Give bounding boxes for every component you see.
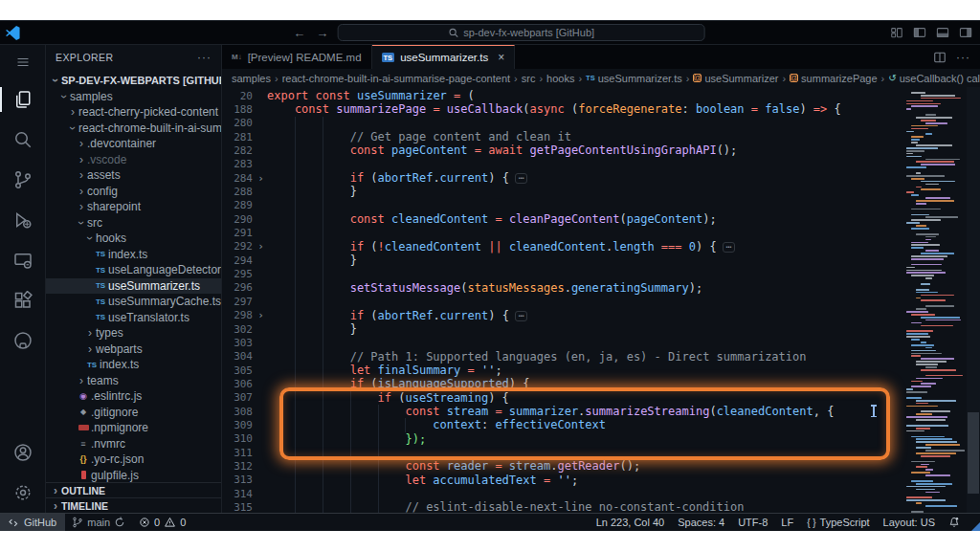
tree-item--vscode[interactable]: ›.vscode — [46, 152, 221, 168]
tree-item-src[interactable]: ›src — [46, 215, 221, 231]
scrollbar[interactable] — [967, 87, 980, 513]
code-line-283[interactable]: 283 — [222, 158, 980, 171]
code-line-310[interactable]: 310}); — [222, 432, 980, 446]
toggle-panel-icon[interactable] — [936, 26, 949, 39]
status-utf-8[interactable]: UTF-8 — [731, 514, 774, 531]
breadcrumb-item[interactable]: @useSummarizer — [693, 73, 778, 84]
customize-layout-icon[interactable] — [890, 26, 903, 39]
tree-item-sharepoint[interactable]: ›sharepoint — [46, 199, 221, 215]
activity-accounts[interactable] — [0, 432, 45, 473]
activity-extensions[interactable] — [0, 280, 45, 320]
breadcrumb-item[interactable]: src — [522, 73, 536, 84]
tree-item-index-ts[interactable]: TSindex.ts — [46, 357, 221, 373]
folded-code-ellipsis[interactable]: ⋯ — [515, 173, 527, 184]
code-line-313[interactable]: 313let accumulatedText = ''; — [222, 474, 980, 487]
scrollbar-thumb[interactable] — [968, 412, 979, 494]
tree-item-usesummarycache-ts[interactable]: TSuseSummaryCache.ts — [46, 294, 221, 310]
explorer-more-icon[interactable]: ··· — [197, 51, 212, 64]
code-line-291[interactable]: 291 — [222, 226, 980, 239]
tree-item-assets[interactable]: ›assets — [46, 167, 221, 184]
activity-explorer[interactable] — [0, 79, 45, 120]
folded-code-ellipsis[interactable]: ⋯ — [515, 311, 527, 321]
tree-item-usesummarizer-ts[interactable]: TSuseSummarizer.ts — [46, 278, 221, 295]
outline-section[interactable]: ›OUTLINE — [46, 482, 221, 497]
tree-item-types[interactable]: ›types — [46, 325, 221, 342]
status-bell[interactable] — [942, 514, 967, 531]
tree-item--eslintrc-js[interactable]: ◉.eslintrc.js — [46, 388, 221, 405]
code-line-297[interactable]: 297 — [222, 295, 980, 308]
split-editor-icon[interactable] — [933, 51, 947, 64]
activity-search[interactable] — [0, 120, 45, 160]
tree-item--yo-rc-json[interactable]: {}.yo-rc.json — [46, 452, 221, 468]
code-line-311[interactable]: 311 — [222, 446, 980, 459]
tree-item-samples[interactable]: ›samples — [46, 89, 221, 105]
code-line-294[interactable]: 294} — [222, 253, 980, 267]
tree-item--npmignore[interactable]: .npmignore — [46, 420, 221, 436]
code-line-281[interactable]: 281// Get page content and clean it — [222, 130, 980, 143]
code-line-284[interactable]: 284›if (abortRef.current) {⋯ — [222, 171, 980, 185]
fold-chevron-icon[interactable]: › — [255, 309, 267, 321]
breadcrumb-item[interactable]: react-chrome-built-in-ai-summarise-page-… — [282, 73, 510, 84]
code-line-290[interactable]: 290const cleanedContent = cleanPageConte… — [222, 212, 980, 226]
activity-menu[interactable] — [0, 45, 45, 79]
code-line-308[interactable]: 308const stream = summarizer.summarizeSt… — [222, 405, 980, 418]
tree-item-sp-dev-fx-webparts-github-[interactable]: ›SP-DEV-FX-WEBPARTS [GITHUB] — [46, 73, 221, 89]
code-line-303[interactable]: 303 — [222, 336, 980, 349]
status-lf[interactable]: LF — [774, 514, 800, 531]
vscode-logo-icon[interactable] — [5, 25, 21, 41]
breadcrumb-item[interactable]: TSuseSummarizer.ts — [586, 73, 682, 84]
tree-item-config[interactable]: ›config — [46, 184, 221, 200]
code-line-312[interactable]: 312const reader = stream.getReader(); — [222, 459, 980, 473]
tree-item-teams[interactable]: ›teams — [46, 373, 221, 389]
tree-item--gitignore[interactable]: ◆.gitignore — [46, 405, 221, 421]
close-icon[interactable]: × — [498, 51, 504, 64]
minimap[interactable] — [904, 87, 966, 513]
code-line-280[interactable]: 280 — [222, 117, 980, 130]
code-line-292[interactable]: 292›if (!cleanedContent || cleanedConten… — [222, 240, 980, 253]
code-line-282[interactable]: 282const pageContent = await getPageCont… — [222, 143, 980, 157]
tree-item-webparts[interactable]: ›webparts — [46, 342, 221, 358]
breadcrumb-item[interactable]: ↺useCallback() callback — [888, 73, 980, 84]
code-line-296[interactable]: 296setStatusMessage(statusMessages.gener… — [222, 281, 980, 295]
problems-indicator[interactable]: 0 0 — [132, 514, 192, 531]
code-line-289[interactable]: 289 — [222, 199, 980, 212]
toggle-sidebar-right-icon[interactable] — [959, 26, 972, 39]
nav-back-icon[interactable]: ← — [292, 26, 307, 40]
status-layout-us[interactable]: Layout: US — [877, 514, 942, 531]
code-line-288[interactable]: 288} — [222, 185, 980, 198]
remote-indicator[interactable]: GitHub — [0, 514, 65, 531]
code-line-302[interactable]: 302} — [222, 322, 980, 336]
tree-item-usetranslator-ts[interactable]: TSuseTranslator.ts — [46, 310, 221, 326]
code-line-309[interactable]: 309context: effectiveContext — [222, 418, 980, 431]
tab--preview-readme-md[interactable]: M↓[Preview] README.md — [222, 45, 372, 69]
code-line-20[interactable]: 20export const useSummarizer = ( — [222, 89, 980, 102]
tree-item--nvmrc[interactable]: ≡.nvmrc — [46, 436, 221, 452]
code-editor[interactable]: 20export const useSummarizer = (188const… — [222, 87, 980, 513]
status-spaces-4[interactable]: Spaces: 4 — [671, 514, 731, 531]
fold-chevron-icon[interactable]: › — [255, 172, 267, 185]
code-line-314[interactable]: 314 — [222, 487, 980, 500]
tree-item-react-chrome-built-in-ai-summarise-[interactable]: ›react-chrome-built-in-ai-summarise… — [46, 121, 221, 137]
code-line-304[interactable]: 304// Path 1: Supported languages (en, j… — [222, 350, 980, 364]
toggle-sidebar-left-icon[interactable] — [913, 26, 926, 39]
tree-item-index-ts[interactable]: TSindex.ts — [46, 247, 221, 263]
editor-more-icon[interactable]: ··· — [956, 51, 970, 64]
activity-run-debug[interactable] — [0, 200, 45, 240]
code-line-298[interactable]: 298›if (abortRef.current) {⋯ — [222, 309, 980, 322]
command-center-search[interactable]: sp-dev-fx-webparts [GitHub] — [338, 24, 705, 41]
activity-source-control[interactable] — [0, 160, 45, 200]
breadcrumb-item[interactable]: @summarizePage — [790, 73, 877, 84]
tree-item-uselanguagedetector-ts[interactable]: TSuseLanguageDetector.ts — [46, 262, 221, 278]
nav-forward-icon[interactable]: → — [315, 26, 330, 40]
fold-chevron-icon[interactable]: › — [255, 240, 267, 253]
folded-code-ellipsis[interactable]: ⋯ — [723, 242, 735, 253]
tab-usesummarizer-ts[interactable]: TSuseSummarizer.ts× — [372, 45, 516, 69]
code-line-315[interactable]: 315// eslint-disable-next-line no-consta… — [222, 500, 980, 513]
status-typescript[interactable]: { }TypeScript — [800, 514, 876, 531]
tree-item-gulpfile-js[interactable]: gulpfile.js — [46, 468, 221, 483]
activity-settings[interactable] — [0, 473, 45, 513]
code-line-295[interactable]: 295 — [222, 267, 980, 280]
code-line-305[interactable]: 305let finalSummary = ''; — [222, 364, 980, 377]
code-line-306[interactable]: 306if (isLanguageSupported) { — [222, 377, 980, 390]
breadcrumb-item[interactable]: hooks — [546, 73, 574, 84]
